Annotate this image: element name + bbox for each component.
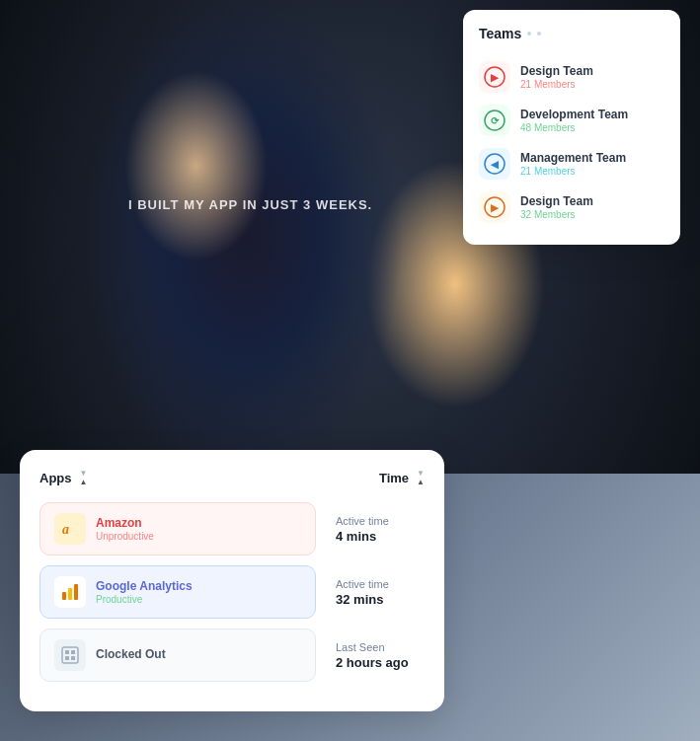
teams-list: ▶Design Team21 Members⟳Development Team4… [479, 55, 664, 229]
apps-header: Apps ▼ ▲ Time ▼ ▲ [39, 470, 425, 486]
time-value-amazon: 4 mins [336, 529, 425, 544]
team-name-dev: Development Team [520, 108, 628, 123]
time-info-amazon: Active time4 mins [336, 514, 425, 544]
team-members-dev: 48 Members [520, 122, 628, 133]
time-label-analytics: Active time [336, 577, 425, 592]
team-info-dev: Development Team48 Members [520, 108, 628, 134]
app-text-amazon: AmazonUnproductive [96, 516, 154, 543]
apps-sort-up: ▲ [80, 479, 88, 486]
svg-rect-11 [74, 584, 78, 600]
team-members-design1: 21 Members [520, 79, 593, 90]
team-info-mgmt: Management Team21 Members [520, 151, 626, 178]
team-item-dev[interactable]: ⟳Development Team48 Members [479, 99, 664, 142]
svg-rect-14 [71, 650, 75, 654]
app-row-analytics[interactable]: Google AnalyticsProductiveActive time32 … [39, 565, 425, 619]
svg-rect-10 [68, 588, 72, 600]
team-icon-design2: ▶ [479, 191, 510, 223]
team-icon-design1: ▶ [479, 61, 510, 93]
app-row-amazon[interactable]: aAmazonUnproductiveActive time4 mins [39, 502, 425, 556]
time-sort-down: ▼ [417, 470, 425, 478]
svg-text:⟳: ⟳ [491, 115, 500, 126]
apps-sort[interactable]: ▼ ▲ [80, 470, 88, 486]
app-icon-amazon: a [54, 513, 86, 545]
app-info-box-amazon: aAmazonUnproductive [39, 502, 316, 556]
svg-text:▶: ▶ [491, 72, 500, 83]
team-name-mgmt: Management Team [520, 151, 626, 167]
apps-sort-down: ▼ [80, 470, 88, 478]
time-info-clocked: Last Seen2 hours ago [336, 640, 425, 670]
svg-text:◀: ◀ [490, 159, 500, 170]
apps-list: aAmazonUnproductiveActive time4 mins Goo… [39, 502, 425, 682]
team-info-design2: Design Team32 Members [520, 194, 593, 221]
teams-card: Teams ▶Design Team21 Members⟳Development… [463, 10, 680, 245]
team-icon-mgmt: ◀ [479, 148, 510, 180]
svg-rect-12 [62, 647, 78, 663]
time-info-analytics: Active time32 mins [336, 577, 425, 607]
app-icon-clocked [54, 639, 86, 671]
apps-col-header: Apps ▼ ▲ [39, 470, 87, 486]
svg-rect-9 [62, 592, 66, 600]
teams-header: Teams [479, 26, 664, 41]
app-name-amazon: Amazon [96, 516, 154, 532]
dot1 [527, 32, 531, 36]
apps-col-title: Apps [39, 471, 72, 485]
team-icon-dev: ⟳ [479, 105, 510, 136]
time-value-analytics: 32 mins [336, 592, 425, 607]
teams-title: Teams [479, 26, 521, 41]
app-info-box-clocked: Clocked Out [39, 629, 316, 682]
team-item-design2[interactable]: ▶Design Team32 Members [479, 185, 664, 229]
svg-text:a: a [62, 522, 69, 537]
team-item-mgmt[interactable]: ◀Management Team21 Members [479, 142, 664, 185]
team-members-design2: 32 Members [520, 209, 593, 220]
time-label-clocked: Last Seen [336, 640, 425, 655]
app-icon-analytics [54, 576, 86, 608]
apps-card: Apps ▼ ▲ Time ▼ ▲ aAmazonUnproductiveAct… [20, 450, 444, 711]
time-col-title: Time [379, 471, 409, 485]
time-col-header: Time ▼ ▲ [379, 470, 425, 486]
team-item-design1[interactable]: ▶Design Team21 Members [479, 55, 664, 99]
svg-rect-15 [65, 656, 69, 660]
app-name-clocked: Clocked Out [96, 647, 166, 663]
time-sort-up: ▲ [417, 479, 425, 486]
shirt-text: I BUILT MY APP IN JUST 3 WEEKS. [128, 197, 372, 214]
time-label-amazon: Active time [336, 514, 425, 529]
time-value-clocked: 2 hours ago [336, 655, 425, 670]
svg-rect-13 [65, 650, 69, 654]
team-name-design2: Design Team [520, 194, 593, 210]
app-info-box-analytics: Google AnalyticsProductive [39, 565, 316, 619]
app-text-clocked: Clocked Out [96, 647, 166, 663]
app-row-clocked[interactable]: Clocked OutLast Seen2 hours ago [39, 629, 425, 682]
team-members-mgmt: 21 Members [520, 166, 626, 177]
svg-rect-16 [71, 656, 75, 660]
time-sort[interactable]: ▼ ▲ [417, 470, 425, 486]
team-name-design1: Design Team [520, 64, 593, 80]
team-info-design1: Design Team21 Members [520, 64, 593, 91]
dot2 [537, 32, 541, 36]
app-text-analytics: Google AnalyticsProductive [96, 579, 193, 606]
app-name-analytics: Google Analytics [96, 579, 193, 595]
app-status-analytics: Productive [96, 594, 193, 605]
svg-text:▶: ▶ [491, 202, 500, 213]
app-status-amazon: Unproductive [96, 531, 154, 542]
